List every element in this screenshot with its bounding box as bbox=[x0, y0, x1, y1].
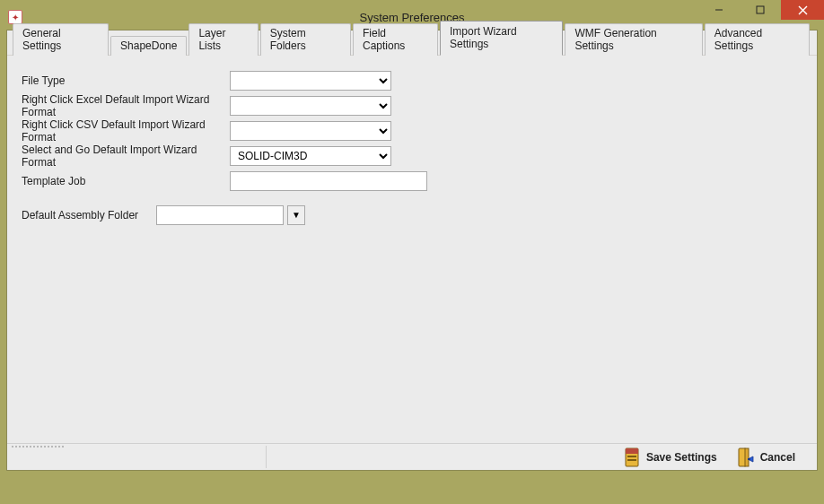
cancel-button[interactable]: Cancel bbox=[733, 445, 799, 470]
save-settings-label: Save Settings bbox=[646, 451, 717, 464]
label-right-click-csv: Right Click CSV Default Import Wizard Fo… bbox=[22, 118, 230, 143]
input-default-assembly-folder[interactable] bbox=[156, 205, 284, 225]
footer-bar: Save Settings Cancel bbox=[7, 443, 817, 470]
save-settings-button[interactable]: Save Settings bbox=[619, 445, 721, 470]
tab-general-settings[interactable]: General Settings bbox=[13, 23, 109, 56]
window-title: System Preferences bbox=[6, 11, 818, 24]
row-right-click-csv: Right Click CSV Default Import Wizard Fo… bbox=[22, 118, 802, 143]
assembly-folder-dropdown-button[interactable]: ▼ bbox=[287, 205, 305, 225]
cancel-icon bbox=[737, 447, 755, 468]
label-select-and-go: Select and Go Default Import Wizard Form… bbox=[22, 143, 230, 169]
select-select-and-go[interactable]: SOLID-CIM3D bbox=[230, 146, 391, 166]
tab-content: File Type Right Click Excel Default Impo… bbox=[7, 56, 817, 240]
label-default-assembly-folder: Default Assembly Folder bbox=[22, 209, 156, 222]
select-file-type[interactable] bbox=[230, 71, 391, 91]
assembly-folder-picker: ▼ bbox=[156, 205, 305, 225]
svg-rect-9 bbox=[745, 448, 749, 466]
tab-strip: General Settings ShapeDone Layer Lists S… bbox=[7, 30, 817, 56]
label-right-click-excel: Right Click Excel Default Import Wizard … bbox=[22, 93, 230, 118]
tab-field-captions[interactable]: Field Captions bbox=[353, 23, 438, 56]
svg-rect-5 bbox=[626, 448, 638, 454]
row-right-click-excel: Right Click Excel Default Import Wizard … bbox=[22, 93, 802, 118]
row-select-and-go: Select and Go Default Import Wizard Form… bbox=[22, 143, 802, 169]
footer-grip bbox=[11, 445, 65, 448]
tab-advanced-settings[interactable]: Advanced Settings bbox=[705, 23, 810, 56]
input-template-job[interactable] bbox=[230, 171, 427, 191]
row-template-job: Template Job bbox=[22, 169, 802, 194]
tab-layer-lists[interactable]: Layer Lists bbox=[188, 23, 258, 56]
footer-divider bbox=[266, 446, 267, 468]
save-icon bbox=[623, 447, 641, 468]
select-right-click-csv[interactable] bbox=[230, 121, 391, 141]
maximize-button[interactable] bbox=[740, 0, 781, 20]
select-right-click-excel[interactable] bbox=[230, 96, 391, 116]
row-default-assembly-folder: Default Assembly Folder ▼ bbox=[22, 203, 802, 228]
svg-rect-7 bbox=[627, 459, 636, 461]
label-template-job: Template Job bbox=[22, 175, 230, 187]
tab-import-wizard-settings[interactable]: Import Wizard Settings bbox=[440, 21, 563, 56]
window-controls bbox=[698, 0, 824, 20]
row-file-type: File Type bbox=[22, 68, 802, 93]
tab-wmf-generation-settings[interactable]: WMF Generation Settings bbox=[565, 23, 702, 56]
svg-rect-1 bbox=[757, 6, 764, 13]
tab-system-folders[interactable]: System Folders bbox=[260, 23, 351, 56]
cancel-label: Cancel bbox=[760, 451, 795, 464]
tab-shapedone[interactable]: ShapeDone bbox=[110, 36, 187, 56]
preferences-window: ✦ System Preferences General Settings Sh… bbox=[0, 0, 824, 504]
svg-rect-6 bbox=[627, 456, 636, 457]
app-icon: ✦ bbox=[8, 10, 22, 24]
minimize-button[interactable] bbox=[698, 0, 740, 20]
label-file-type: File Type bbox=[22, 74, 230, 87]
client-area: General Settings ShapeDone Layer Lists S… bbox=[6, 30, 818, 471]
close-button[interactable] bbox=[781, 0, 824, 20]
